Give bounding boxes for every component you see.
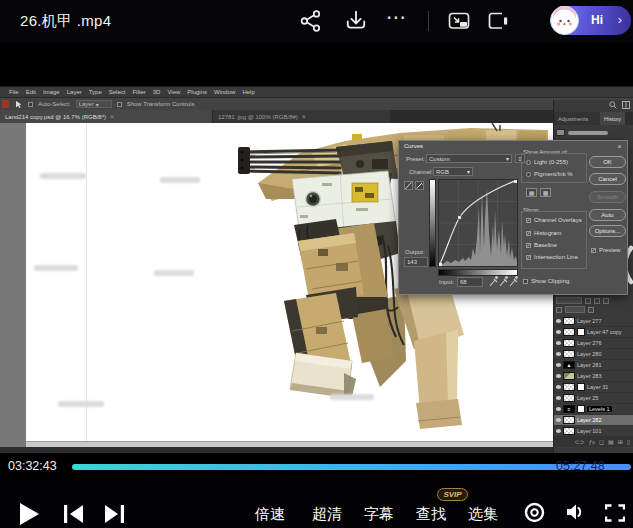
mask-icon: ◻ <box>599 438 604 445</box>
layer-thumbnail <box>563 350 575 358</box>
watermark <box>160 177 200 183</box>
layer-filter-dropdown <box>556 297 582 304</box>
episodes-button[interactable]: 选集 <box>468 505 498 524</box>
eye-icon <box>556 396 561 400</box>
eye-icon <box>556 429 561 433</box>
share-icon[interactable] <box>300 10 322 32</box>
search-icon <box>609 101 617 109</box>
progress-bar[interactable] <box>72 464 631 470</box>
pencil-tool-icon <box>415 181 424 190</box>
layer-thumbnail <box>563 394 575 402</box>
video-surface[interactable]: FileEdit ImageLayer TypeSelect Filter3D … <box>0 42 633 480</box>
history-text-blur <box>568 131 608 135</box>
total-time: 05:27:48 <box>556 459 605 473</box>
lock-icon <box>585 298 591 304</box>
next-button[interactable] <box>104 505 124 523</box>
layer-thumbnail <box>563 416 575 424</box>
fullscreen-icon[interactable] <box>605 504 625 522</box>
curve-tool-icon <box>404 181 413 190</box>
ps-options-bar: Auto-Select: Layer ▾ Show Transform Cont… <box>0 97 633 110</box>
layer-mask-thumbnail <box>577 405 585 413</box>
input-value: 68 <box>457 277 483 287</box>
cancel-button: Cancel <box>589 173 626 185</box>
auto-select-label: Auto-Select: <box>38 101 71 107</box>
input-gradient-strip <box>438 269 518 276</box>
ps-pasteboard <box>0 123 26 447</box>
transform-checkbox <box>117 102 122 107</box>
auto-select-checkbox <box>28 102 33 107</box>
checkbox-checked-icon: ✓ <box>526 218 531 223</box>
layers-footer: ⊂⊃ ƒx ◻ ▤ ⊞ ▯ <box>554 436 633 447</box>
layer-thumbnail: ▲ <box>563 361 575 369</box>
subtitle-button[interactable]: 字幕 <box>364 505 394 524</box>
checkbox-checked-icon: ✓ <box>526 231 531 236</box>
canvas-guide-line <box>86 123 87 441</box>
input-label: Input: <box>439 279 454 285</box>
play-button[interactable] <box>20 503 40 525</box>
layer-row-adjustment: ≡ Levels 1 <box>554 404 633 415</box>
ok-button: OK <box>589 156 626 168</box>
previous-button[interactable] <box>64 505 84 523</box>
mini-window-icon[interactable] <box>487 10 509 32</box>
eye-icon <box>556 352 561 356</box>
layer-row: Layer 47 copy <box>554 327 633 338</box>
quality-button[interactable]: 超清 <box>312 505 342 524</box>
chevron-down-icon: ▾ <box>506 155 509 162</box>
options-button: Options... <box>589 225 626 237</box>
watermark <box>40 173 86 179</box>
checkbox-checked-icon: ✓ <box>591 248 596 253</box>
layer-thumbnail <box>563 427 575 435</box>
layer-thumbnail <box>563 383 575 391</box>
eyedropper-black-icon <box>489 276 498 288</box>
curves-dialog: Curves × Preset: Custom ▾ ≡ Channel: RGB… <box>398 140 628 295</box>
profile-pill[interactable]: Hi › <box>551 6 631 35</box>
chevron-down-icon: ▾ <box>467 168 470 175</box>
avatar <box>550 6 579 35</box>
watermark <box>58 401 104 407</box>
close-icon: × <box>302 113 306 120</box>
lock-icon <box>594 298 600 304</box>
layer-row: Layer 277 <box>554 316 633 327</box>
download-icon[interactable] <box>345 10 367 32</box>
eye-icon <box>556 319 561 323</box>
find-button[interactable]: 查找 <box>416 505 446 524</box>
eye-icon <box>556 330 561 334</box>
fx-icon: ƒx <box>589 439 595 445</box>
eye-icon <box>556 407 561 411</box>
checkbox-icon <box>523 279 528 284</box>
layer-thumbnail <box>563 328 575 336</box>
show-clipping-row: Show Clipping <box>523 278 569 284</box>
layer-mask-thumbnail <box>577 383 585 391</box>
radio-light-row: Light (0-255) <box>526 159 568 165</box>
group-icon: ▤ <box>608 438 614 445</box>
blend-icon <box>556 307 562 313</box>
current-time: 03:32:43 <box>8 459 57 473</box>
eye-icon <box>556 418 561 422</box>
eyedropper-gray-icon <box>499 276 508 288</box>
more-options-icon[interactable]: ⋯ <box>386 5 407 29</box>
history-item <box>556 127 608 138</box>
picture-in-picture-icon[interactable] <box>448 10 470 32</box>
speed-button[interactable]: 倍速 <box>255 505 285 524</box>
ps-status-bar <box>0 447 633 453</box>
check-row: ✓ Channel Overlays <box>526 217 582 223</box>
preset-label: Preset: <box>406 156 425 162</box>
volume-icon[interactable] <box>565 503 585 521</box>
watermark <box>154 270 194 276</box>
link-icon: ⊂⊃ <box>575 438 585 445</box>
settings-disc-icon[interactable] <box>524 502 545 523</box>
smooth-button: Smooth <box>589 191 626 203</box>
layer-thumbnail <box>563 317 575 325</box>
radio-icon <box>526 172 531 177</box>
grid-icon <box>622 101 630 109</box>
player-window: 26.机甲 .mp4 ⋯ <box>0 0 633 528</box>
tab-history: History <box>600 112 625 125</box>
auto-button: Auto <box>589 209 626 221</box>
check-row: ✓ Baseline <box>526 242 557 248</box>
channel-label: Channel: <box>409 169 433 175</box>
layers-panel: Layer 277 Layer 47 copy Layer 276 <box>554 296 633 447</box>
layer-row: Layer 283 <box>554 371 633 382</box>
show-transform-label: Show Transform Controls <box>127 101 195 107</box>
output-gradient-strip <box>429 179 436 267</box>
title-bar: 26.机甲 .mp4 ⋯ <box>0 0 633 42</box>
